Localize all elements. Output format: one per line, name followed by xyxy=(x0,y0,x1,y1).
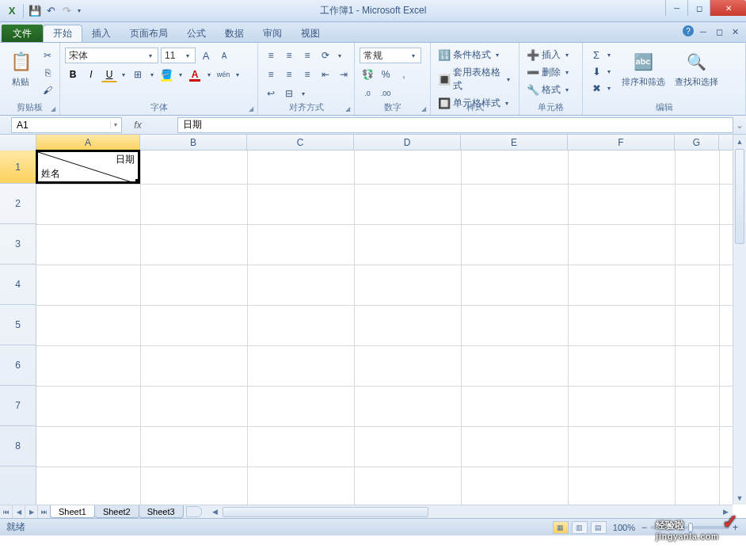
decrease-decimal-button[interactable]: .00 xyxy=(378,86,394,101)
align-right-button[interactable]: ≡ xyxy=(299,67,315,82)
align-bottom-button[interactable]: ≡ xyxy=(299,48,315,63)
border-button[interactable]: ⊞ xyxy=(130,67,146,82)
tab-data[interactable]: 数据 xyxy=(215,25,253,42)
new-sheet-button[interactable] xyxy=(186,506,202,517)
fill-dd-icon[interactable]: ▾ xyxy=(177,71,185,78)
row-header-3[interactable]: 3 xyxy=(0,224,36,265)
name-box[interactable]: ▾ xyxy=(11,117,122,133)
qat-customize-icon[interactable]: ▾ xyxy=(75,4,83,18)
select-all-corner[interactable] xyxy=(0,135,36,150)
row-header-4[interactable]: 4 xyxy=(0,265,36,305)
clipboard-expand-icon[interactable]: ◢ xyxy=(48,104,58,113)
row-header-1[interactable]: 1 xyxy=(0,150,36,184)
sheet-nav-prev-icon[interactable]: ◀ xyxy=(13,505,25,518)
redo-icon[interactable]: ↷ xyxy=(59,4,74,18)
italic-button[interactable]: I xyxy=(83,67,99,82)
name-box-dropdown-icon[interactable]: ▾ xyxy=(110,121,121,128)
tab-view[interactable]: 视图 xyxy=(291,25,329,42)
table-format-button[interactable]: 🔳套用表格格式▾ xyxy=(436,65,514,93)
v-scroll-thumb[interactable] xyxy=(735,149,744,244)
orient-dd-icon[interactable]: ▾ xyxy=(336,52,344,59)
sheet-tab-3[interactable]: Sheet3 xyxy=(139,505,184,518)
vertical-scrollbar[interactable]: ▲ ▼ xyxy=(733,135,746,505)
fill-color-button[interactable]: 🪣 xyxy=(158,67,174,82)
underline-dropdown-icon[interactable]: ▾ xyxy=(120,71,128,78)
paste-button[interactable]: 📋 粘贴 xyxy=(5,48,36,90)
font-expand-icon[interactable]: ◢ xyxy=(246,104,256,113)
view-normal-button[interactable]: ▦ xyxy=(553,521,569,534)
zoom-level[interactable]: 100% xyxy=(613,523,635,532)
row-header-8[interactable]: 8 xyxy=(0,426,36,467)
view-page-layout-button[interactable]: ▥ xyxy=(572,521,588,534)
number-format-combo[interactable]: 常规▾ xyxy=(360,48,421,63)
minimize-button[interactable]: ─ xyxy=(665,0,687,16)
fill-button[interactable]: ⬇▾ xyxy=(588,64,615,78)
phonetic-button[interactable]: wén xyxy=(215,67,231,82)
doc-close-icon[interactable]: ✕ xyxy=(729,25,741,38)
formula-input[interactable]: 日期 xyxy=(177,117,733,133)
comma-button[interactable]: , xyxy=(396,67,412,82)
orientation-button[interactable]: ⟳ xyxy=(318,48,333,63)
restore-down-icon[interactable]: ◻ xyxy=(713,25,725,38)
underline-button[interactable]: U xyxy=(101,67,117,82)
number-expand-icon[interactable]: ◢ xyxy=(419,104,428,113)
name-box-input[interactable] xyxy=(12,120,110,131)
col-header-E[interactable]: E xyxy=(461,135,568,150)
sheet-nav-first-icon[interactable]: ⏮ xyxy=(0,505,13,518)
scroll-up-icon[interactable]: ▲ xyxy=(733,135,746,148)
fill-handle[interactable] xyxy=(135,179,140,184)
copy-button[interactable]: ⎘ xyxy=(40,65,55,81)
font-color-button[interactable]: A xyxy=(187,67,203,82)
active-cell[interactable]: 日期姓名 xyxy=(36,150,140,184)
bold-button[interactable]: B xyxy=(65,67,81,82)
phonetic-dd-icon[interactable]: ▾ xyxy=(234,71,242,78)
save-icon[interactable]: 💾 xyxy=(28,4,42,18)
font-size-combo[interactable]: 11▾ xyxy=(161,48,196,63)
tab-formulas[interactable]: 公式 xyxy=(177,25,215,42)
maximize-button[interactable]: ◻ xyxy=(687,0,710,16)
col-header-A[interactable]: A xyxy=(36,135,140,150)
col-header-G[interactable]: G xyxy=(675,135,719,150)
minimize-ribbon-icon[interactable]: ─ xyxy=(697,25,710,38)
format-cells-button[interactable]: 🔧格式▾ xyxy=(524,82,573,97)
cells-area[interactable]: 日期姓名 xyxy=(36,150,733,505)
spreadsheet-grid[interactable]: ABCDEFG 12345678 日期姓名 ▲ ▼ ⏮ ◀ ▶ ⏭ Sheet1… xyxy=(0,135,746,518)
fx-icon[interactable]: fx xyxy=(128,120,147,131)
h-scroll-track[interactable]: ◀ ▶ xyxy=(208,505,733,519)
autosum-button[interactable]: Σ▾ xyxy=(588,48,615,62)
find-select-button[interactable]: 🔍 查找和选择 xyxy=(672,48,721,90)
conditional-format-button[interactable]: 🔢条件格式▾ xyxy=(436,48,514,63)
row-header-6[interactable]: 6 xyxy=(0,345,36,386)
merge-dd-icon[interactable]: ▾ xyxy=(299,90,307,97)
align-left-button[interactable]: ≡ xyxy=(263,67,279,82)
increase-decimal-button[interactable]: .0 xyxy=(360,86,375,101)
close-button[interactable]: ✕ xyxy=(710,0,746,16)
fontcolor-dd-icon[interactable]: ▾ xyxy=(205,71,213,78)
insert-cells-button[interactable]: ➕插入▾ xyxy=(524,48,573,63)
tab-review[interactable]: 审阅 xyxy=(253,25,291,42)
align-middle-button[interactable]: ≡ xyxy=(281,48,297,63)
view-page-break-button[interactable]: ▤ xyxy=(591,521,607,534)
wrap-text-button[interactable]: ↩ xyxy=(263,86,279,101)
sheet-tab-1[interactable]: Sheet1 xyxy=(50,505,95,518)
help-icon[interactable]: ? xyxy=(683,25,694,36)
tab-insert[interactable]: 插入 xyxy=(82,25,120,42)
row-header-7[interactable]: 7 xyxy=(0,386,36,426)
format-painter-button[interactable]: 🖌 xyxy=(40,82,55,98)
tab-file[interactable]: 文件 xyxy=(2,25,43,42)
indent-dec-button[interactable]: ⇤ xyxy=(318,67,333,82)
delete-cells-button[interactable]: ➖删除▾ xyxy=(524,65,573,80)
percent-button[interactable]: % xyxy=(378,67,394,82)
col-header-D[interactable]: D xyxy=(354,135,461,150)
zoom-out-button[interactable]: − xyxy=(641,522,647,533)
scroll-left-icon[interactable]: ◀ xyxy=(208,505,222,519)
sort-filter-button[interactable]: 🔤 排序和筛选 xyxy=(618,48,668,90)
row-header-2[interactable]: 2 xyxy=(0,184,36,224)
clear-button[interactable]: ✖▾ xyxy=(588,81,615,95)
font-name-combo[interactable]: 宋体▾ xyxy=(65,48,158,63)
border-dd-icon[interactable]: ▾ xyxy=(148,71,156,78)
grow-font-button[interactable]: A xyxy=(198,48,214,63)
formula-expand-icon[interactable]: ⌄ xyxy=(733,120,746,131)
align-center-button[interactable]: ≡ xyxy=(281,67,297,82)
row-header-5[interactable]: 5 xyxy=(0,305,36,345)
